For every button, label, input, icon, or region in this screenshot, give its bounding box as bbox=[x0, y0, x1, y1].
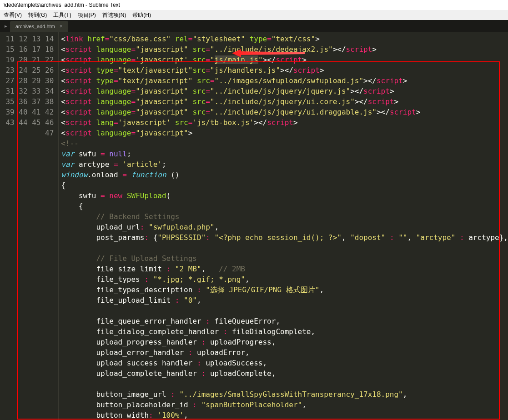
code-line[interactable]: { bbox=[61, 201, 508, 211]
code-line[interactable]: button_placeholder_id : "spanButtonPlace… bbox=[61, 400, 508, 410]
code-area[interactable]: <link href="css/base.css" rel="styleshee… bbox=[59, 32, 508, 420]
code-line[interactable]: file_upload_limit : "0", bbox=[61, 295, 508, 305]
code-line[interactable]: window.onload = function () bbox=[61, 170, 508, 180]
code-line[interactable]: var swfu = null; bbox=[61, 149, 508, 159]
code-line[interactable]: <script language="javascript" src="../in… bbox=[61, 86, 508, 96]
code-line[interactable]: upload_error_handler : uploadError, bbox=[61, 347, 508, 358]
tab-archives-add[interactable]: archives_add.htm × bbox=[10, 21, 68, 32]
code-line[interactable]: upload_complete_handler : uploadComplete… bbox=[61, 368, 508, 379]
code-line[interactable]: // File Upload Settings bbox=[61, 253, 508, 264]
code-line[interactable]: <!-- bbox=[61, 138, 508, 149]
code-line[interactable]: file_dialog_complete_handler : fileDialo… bbox=[61, 326, 508, 337]
menu-bar: 查看(V) 转到(G) 工具(T) 项目(P) 首选项(N) 帮助(H) bbox=[0, 10, 508, 20]
tab-label: archives_add.htm bbox=[15, 24, 55, 29]
code-line[interactable]: upload_progress_handler : uploadProgress… bbox=[61, 337, 508, 347]
code-line[interactable] bbox=[61, 379, 508, 389]
menu-help[interactable]: 帮助(H) bbox=[132, 11, 151, 19]
code-line[interactable]: <link href="css/base.css" rel="styleshee… bbox=[61, 34, 508, 44]
tab-bar: ▸ archives_add.htm × bbox=[0, 20, 508, 32]
code-line[interactable]: var arctype = 'article'; bbox=[61, 159, 508, 170]
code-line[interactable]: swfu = new SWFUpload( bbox=[61, 190, 508, 201]
code-line[interactable]: <script lang='javascript' src='js/tb-box… bbox=[61, 117, 508, 128]
code-line[interactable]: <script language="javascript" src="../in… bbox=[61, 96, 508, 107]
menu-project[interactable]: 项目(P) bbox=[78, 11, 96, 19]
code-line[interactable]: { bbox=[61, 180, 508, 190]
menu-tools[interactable]: 工具(T) bbox=[53, 11, 71, 19]
code-line[interactable]: <script type="text/javascript"src="js/ha… bbox=[61, 65, 508, 75]
code-line[interactable]: <script language="javascript" src="../in… bbox=[61, 107, 508, 117]
code-line[interactable]: <script type="text/javascript" src="../i… bbox=[61, 75, 508, 86]
menu-view[interactable]: 查看(V) bbox=[4, 11, 22, 19]
menu-goto[interactable]: 转到(G) bbox=[28, 11, 47, 19]
code-line[interactable]: <script language="javascript" src="../in… bbox=[61, 44, 508, 55]
code-line[interactable]: file_types_description : "选择 JPEG/GIF/PN… bbox=[61, 285, 508, 295]
editor[interactable]: 11 12 13 14 15 16 17 18 19 20 21 22 23 2… bbox=[0, 32, 508, 420]
code-line[interactable]: button_width: '100%', bbox=[61, 410, 508, 420]
code-line[interactable]: file_size_limit : "2 MB", // 2MB bbox=[61, 264, 508, 274]
close-icon[interactable]: × bbox=[60, 23, 63, 30]
code-line[interactable]: upload_url: "swfupload.php", bbox=[61, 222, 508, 232]
code-line[interactable] bbox=[61, 243, 508, 253]
gutter: 11 12 13 14 15 16 17 18 19 20 21 22 23 2… bbox=[0, 32, 59, 420]
code-line[interactable]: <script language="javascript"> bbox=[61, 128, 508, 138]
window-title: \dede\templets\archives_add.htm - Sublim… bbox=[0, 0, 508, 10]
code-line[interactable]: // Backend Settings bbox=[61, 211, 508, 222]
menu-prefs[interactable]: 首选项(N) bbox=[102, 11, 126, 19]
code-line[interactable]: file_queue_error_handler : fileQueueErro… bbox=[61, 316, 508, 326]
code-line[interactable]: file_types : "*.jpg; *.gif; *.png", bbox=[61, 274, 508, 285]
code-line[interactable] bbox=[61, 305, 508, 316]
code-line[interactable]: button_image_url : "../images/SmallSpyGl… bbox=[61, 389, 508, 400]
tab-list-icon[interactable]: ▸ bbox=[2, 23, 10, 29]
code-line[interactable]: <script language='javascript' src="js/ma… bbox=[61, 55, 508, 65]
code-line[interactable]: post_params: {"PHPSESSID": "<?php echo s… bbox=[61, 232, 508, 243]
code-line[interactable]: upload_success_handler : uploadSuccess, bbox=[61, 358, 508, 368]
